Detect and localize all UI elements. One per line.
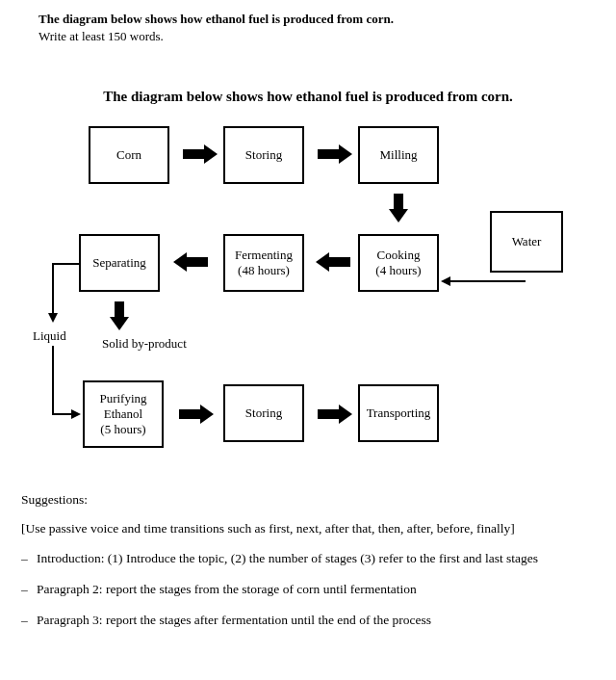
label-solid-byproduct: Solid by-product — [102, 336, 187, 352]
node-milling-label: Milling — [379, 147, 417, 163]
suggestions-bullet-2: Paragraph 2: report the stages from the … — [21, 581, 595, 598]
arrow-right-icon — [318, 149, 341, 159]
node-milling: Milling — [358, 126, 439, 184]
node-purifying: Purifying Ethanol (5 hours) — [83, 380, 164, 448]
arrow-right-icon — [71, 409, 81, 419]
arrow-left-icon — [327, 257, 350, 267]
thin-line — [52, 263, 54, 315]
thin-line — [52, 413, 73, 415]
node-corn-label: Corn — [116, 147, 141, 163]
node-separating: Separating — [79, 234, 160, 292]
thin-line — [52, 346, 54, 415]
suggestions-bullet-3: Paragraph 3: report the stages after fer… — [21, 612, 595, 629]
arrow-down-icon — [115, 301, 124, 319]
node-water-label: Water — [512, 234, 542, 249]
suggestions-heading: Suggestions: — [21, 492, 595, 508]
node-cooking: Cooking (4 hours) — [358, 234, 439, 292]
suggestions-intro: [Use passive voice and time transitions … — [21, 521, 595, 536]
diagram-title: The diagram below shows how ethanol fuel… — [0, 89, 616, 105]
arrow-right-icon — [183, 149, 206, 159]
node-storing-2: Storing — [223, 384, 304, 442]
suggestions-bullet-1: Introduction: (1) Introduce the topic, (… — [21, 550, 595, 567]
process-diagram: Corn Storing Milling Separating Fermenti… — [19, 122, 597, 459]
bullet-text: Paragraph 2: report the stages from the … — [37, 582, 417, 596]
node-transporting: Transporting — [358, 384, 439, 442]
bullet-text: Paragraph 3: report the stages after fer… — [37, 613, 431, 627]
thin-line — [52, 263, 79, 265]
node-fermenting-label: Fermenting (48 hours) — [235, 248, 293, 279]
node-storing-1: Storing — [223, 126, 304, 184]
node-storing1-label: Storing — [245, 147, 282, 163]
arrow-left-icon — [441, 276, 450, 286]
arrow-down-icon — [48, 313, 58, 323]
node-corn: Corn — [89, 126, 169, 184]
node-fermenting: Fermenting (48 hours) — [223, 234, 304, 292]
node-separating-label: Separating — [92, 255, 146, 271]
prompt-bold-text: The diagram below shows how ethanol fuel… — [38, 12, 578, 27]
suggestions-block: Suggestions: [Use passive voice and time… — [0, 492, 616, 630]
node-purifying-label: Purifying Ethanol (5 hours) — [99, 391, 146, 438]
node-cooking-label: Cooking (4 hours) — [375, 248, 421, 279]
node-water: Water — [490, 211, 563, 273]
node-storing2-label: Storing — [245, 405, 282, 421]
arrow-right-icon — [318, 409, 341, 419]
arrow-left-icon — [185, 257, 208, 267]
thin-line — [449, 280, 526, 282]
prompt-sub-text: Write at least 150 words. — [38, 29, 578, 44]
label-liquid: Liquid — [33, 328, 66, 344]
arrow-right-icon — [179, 409, 202, 419]
arrow-down-icon — [394, 194, 403, 211]
node-transporting-label: Transporting — [367, 405, 431, 421]
bullet-text: Introduction: (1) Introduce the topic, (… — [37, 551, 538, 565]
task-prompt: The diagram below shows how ethanol fuel… — [0, 12, 616, 52]
